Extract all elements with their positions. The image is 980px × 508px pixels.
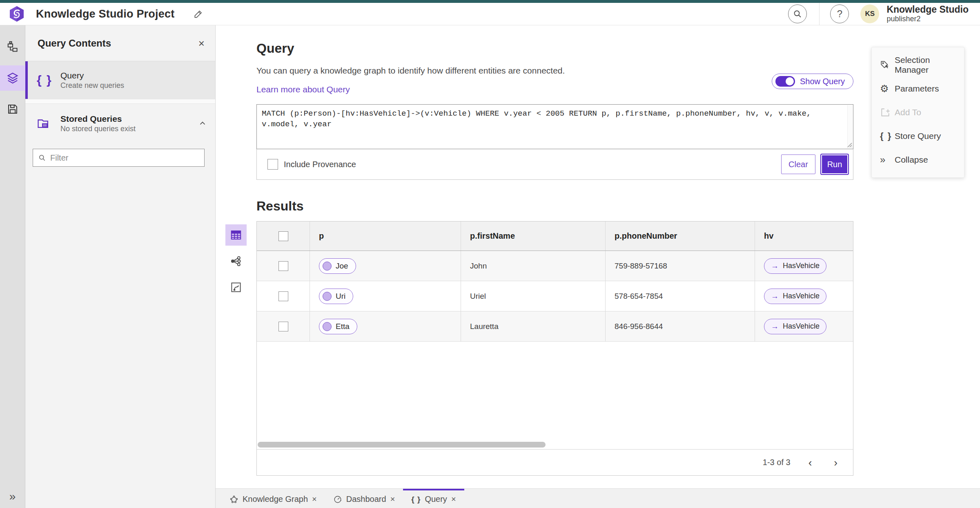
brand: Knowledge Studio Project xyxy=(0,5,204,22)
app-logo-icon xyxy=(8,5,25,22)
tag-cursor-icon xyxy=(880,60,895,70)
avatar-initials: KS xyxy=(865,10,875,18)
table-row: Joe John 759-889-57168 → HasVehicle xyxy=(257,251,853,281)
table-view-button[interactable] xyxy=(225,224,247,246)
pencil-icon xyxy=(193,9,204,19)
show-query-toggle[interactable]: Show Query xyxy=(772,74,853,89)
chevron-up-icon xyxy=(198,119,207,128)
close-icon: × xyxy=(198,37,205,49)
edge-chip[interactable]: → HasVehicle xyxy=(764,289,826,304)
pagination-range: 1-3 of 3 xyxy=(763,458,791,467)
table-row: Uri Uriel 578-654-7854 → HasVehicle xyxy=(257,281,853,311)
node-chip[interactable]: Joe xyxy=(319,258,356,274)
column-header-p[interactable]: p xyxy=(310,222,461,251)
rail-expand-button[interactable]: » xyxy=(9,491,16,502)
row-checkbox[interactable] xyxy=(278,261,288,271)
table-empty-area xyxy=(257,342,853,449)
search-icon xyxy=(793,9,802,19)
rail-item-save[interactable] xyxy=(0,96,25,122)
query-item-label: Query xyxy=(60,70,124,81)
row-checkbox[interactable] xyxy=(278,322,288,331)
map-view-button[interactable] xyxy=(225,277,247,298)
close-icon[interactable]: × xyxy=(312,495,317,504)
stored-queries-filter xyxy=(33,149,205,167)
panel-item-query[interactable]: { } Query Create new queries xyxy=(25,61,215,99)
arrow-right-icon: → xyxy=(771,322,779,331)
store-query-button[interactable]: { } Store Query xyxy=(872,124,964,148)
close-icon[interactable]: × xyxy=(451,495,456,504)
panel-close-button[interactable]: × xyxy=(198,38,205,49)
edit-title-button[interactable] xyxy=(193,9,204,19)
row-checkbox[interactable] xyxy=(278,291,288,301)
column-header-firstname[interactable]: p.firstName xyxy=(461,222,606,251)
rail-item-hierarchy[interactable] xyxy=(0,34,25,60)
previous-page-button[interactable]: ‹ xyxy=(804,456,816,470)
graph-view-button[interactable] xyxy=(225,251,247,272)
panel-item-stored-queries[interactable]: Stored Queries No stored queries exist xyxy=(25,104,215,143)
clear-button[interactable]: Clear xyxy=(781,154,815,174)
double-chevron-right-icon: » xyxy=(9,490,16,503)
save-icon xyxy=(7,103,19,115)
rail-item-contents[interactable] xyxy=(0,65,25,91)
add-to-icon xyxy=(880,107,895,118)
project-title: Knowledge Studio Project xyxy=(36,8,174,20)
query-page: Query You can query a knowledge graph to… xyxy=(216,25,980,488)
node-chip[interactable]: Uri xyxy=(319,289,353,304)
cell-phonenumber: 759-889-57168 xyxy=(606,251,755,281)
show-query-label: Show Query xyxy=(800,77,845,86)
filter-search-icon xyxy=(38,154,46,162)
arrow-right-icon: → xyxy=(771,262,779,271)
left-rail: » xyxy=(0,25,25,508)
run-button[interactable]: Run xyxy=(821,154,848,174)
account-user: publisher2 xyxy=(886,15,969,23)
query-text-input[interactable]: MATCH (p:Person)-[hv:HasVehicle]->(v:Veh… xyxy=(256,104,853,149)
tab-query[interactable]: { } Query × xyxy=(403,489,464,508)
help-button[interactable]: ? xyxy=(830,4,849,23)
cell-phonenumber: 578-654-7854 xyxy=(606,281,755,311)
tab-dashboard[interactable]: Dashboard × xyxy=(325,489,403,508)
edge-chip[interactable]: → HasVehicle xyxy=(764,258,826,274)
help-icon: ? xyxy=(837,8,842,20)
edge-chip[interactable]: → HasVehicle xyxy=(764,319,826,334)
horizontal-scrollbar[interactable] xyxy=(258,442,546,448)
node-dot-icon xyxy=(323,292,332,301)
graph-icon xyxy=(230,255,242,267)
account-info[interactable]: Knowledge Studio publisher2 xyxy=(886,4,973,23)
next-page-button[interactable]: › xyxy=(830,456,842,470)
bottom-tab-bar: Knowledge Graph × Dashboard × { } Query … xyxy=(216,488,980,508)
appbar-divider xyxy=(819,3,820,25)
parameters-button[interactable]: ⚙ Parameters xyxy=(872,77,964,101)
workspace: » Query Contents × { } Query Create new … xyxy=(0,25,980,508)
query-editor-box: MATCH (p:Person)-[hv:HasVehicle]->(v:Veh… xyxy=(256,104,853,180)
braces-icon: { } xyxy=(411,495,421,504)
main-column: Query You can query a knowledge graph to… xyxy=(216,25,980,508)
results-title: Results xyxy=(256,199,980,214)
add-to-button: Add To xyxy=(872,101,964,124)
selection-manager-button[interactable]: Selection Manager xyxy=(872,53,964,77)
avatar[interactable]: KS xyxy=(860,4,879,23)
column-header-hv[interactable]: hv xyxy=(755,222,853,251)
learn-more-link[interactable]: Learn more about Query xyxy=(256,85,350,94)
search-button[interactable] xyxy=(788,4,807,23)
node-chip[interactable]: Etta xyxy=(319,319,357,334)
node-dot-icon xyxy=(323,262,332,271)
close-icon[interactable]: × xyxy=(390,495,395,504)
tab-knowledge-graph[interactable]: Knowledge Graph × xyxy=(221,489,325,508)
query-editor-footer: Include Provenance Clear Run xyxy=(257,149,853,179)
stored-queries-collapse-button[interactable] xyxy=(198,119,207,128)
query-contents-panel: Query Contents × { } Query Create new qu… xyxy=(25,25,216,508)
gear-icon: ⚙ xyxy=(880,84,895,94)
cell-firstname: Lauretta xyxy=(461,311,606,341)
chevron-left-icon: ‹ xyxy=(808,457,812,469)
include-provenance-checkbox[interactable] xyxy=(267,159,278,170)
results-view-switcher xyxy=(225,224,247,298)
select-all-checkbox[interactable] xyxy=(278,231,288,241)
filter-input[interactable] xyxy=(50,153,199,163)
app-header: Knowledge Studio Project ? KS Knowledg xyxy=(0,3,980,25)
column-header-phonenumber[interactable]: p.phoneNumber xyxy=(606,222,755,251)
cell-firstname: Uriel xyxy=(461,281,606,311)
collapse-button[interactable]: » Collapse xyxy=(872,148,964,172)
cell-phonenumber: 846-956-8644 xyxy=(606,311,755,341)
stored-queries-label: Stored Queries xyxy=(60,114,136,124)
double-chevron-right-icon: » xyxy=(880,155,895,165)
